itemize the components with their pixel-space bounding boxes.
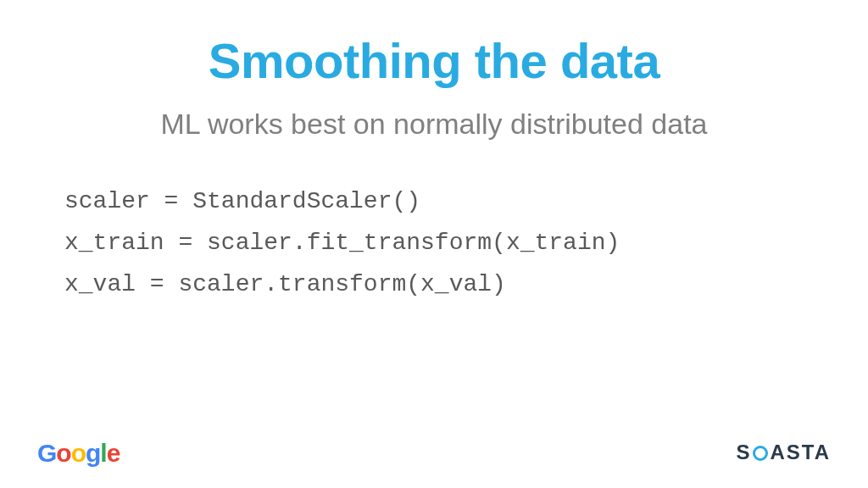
logo-letter: o [56, 439, 70, 467]
logo-letter: G [37, 439, 56, 467]
google-logo: Google [37, 439, 120, 468]
circle-icon [753, 446, 768, 461]
slide-container: Smoothing the data ML works best on norm… [0, 0, 868, 488]
logo-letter: g [86, 439, 100, 467]
soasta-logo: SASTA [736, 441, 831, 464]
code-line: scaler = StandardScaler() [64, 183, 809, 221]
footer: Google SASTA [0, 425, 868, 468]
logo-letter: e [107, 439, 120, 467]
logo-letter: S [736, 441, 751, 464]
slide-subtitle: ML works best on normally distributed da… [59, 108, 809, 141]
logo-letter: ASTA [770, 441, 831, 464]
slide-title: Smoothing the data [59, 32, 809, 89]
logo-letter: o [71, 439, 86, 467]
code-line: x_train = scaler.fit_transform(x_train) [64, 225, 809, 263]
code-line: x_val = scaler.transform(x_val) [64, 266, 809, 304]
code-block: scaler = StandardScaler() x_train = scal… [59, 183, 809, 303]
logo-letter: l [100, 439, 106, 467]
